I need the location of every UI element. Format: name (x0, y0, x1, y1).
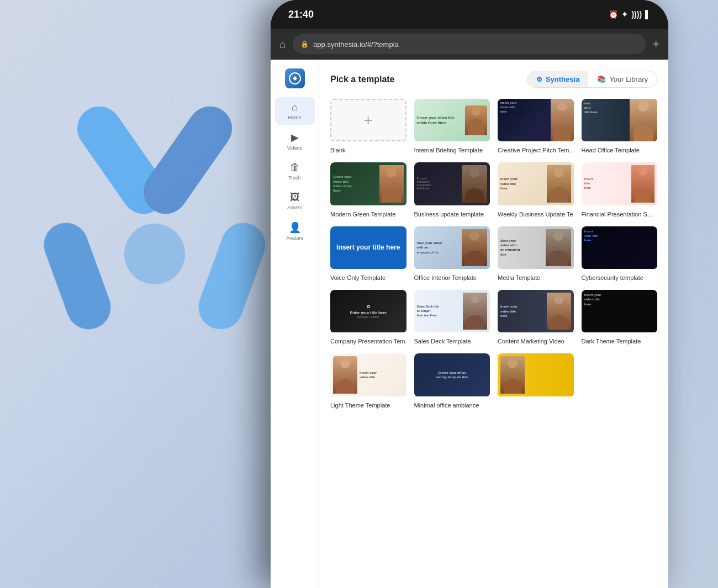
home-icon: ⌂ (292, 102, 298, 113)
creative-pitch-thumb: Insert yourvideo titlehere (498, 99, 574, 141)
template-card-financial[interactable]: Inserttitlehere Financial Presentation S… (582, 162, 658, 218)
template-card-voice-only[interactable]: Insert your title here Voice Only Templa… (330, 226, 406, 282)
template-card-media[interactable]: Start yourvideo withan engagingtitle Med… (498, 226, 574, 282)
template-name-content-marketing: Content Marketing Video (498, 338, 564, 345)
svg-rect-2 (38, 216, 117, 335)
template-card-modern-green[interactable]: Create yourvideo titlewithin threelines … (330, 162, 406, 218)
sidebar-home-label: Home (288, 115, 301, 120)
picker-title: Pick a template (330, 75, 395, 84)
background-logo (22, 66, 287, 442)
sidebar-avatars-label: Avatars (286, 235, 303, 241)
internal-briefing-thumb: Create your video title within three lin… (414, 99, 490, 141)
dark-theme-thumb: Insert yourvideo titlehere (582, 290, 658, 332)
wifi-icon: )))) (631, 10, 642, 19)
template-picker-header: Pick a template ⚙ Synthesia 📚 Your Libra… (330, 71, 657, 88)
template-name-media: Media Template (498, 274, 540, 281)
sidebar: ⌂ Home ▶ Videos 🗑 Trash 🖼 Assets 👤 Avata… (271, 60, 319, 588)
template-card-business-update[interactable]: Fix yourexecutiverecognitiondeliveries B… (414, 162, 490, 218)
voice-only-text: Insert your title here (336, 243, 400, 252)
svg-rect-3 (192, 216, 272, 335)
template-card-weekly-business[interactable]: Insert yourvideo titlehere Weekly Busine… (498, 162, 574, 218)
template-card-head-office[interactable]: Insayourtitle here Head Office Template (582, 99, 658, 155)
template-grid: + Blank Create your video title within t… (330, 99, 657, 410)
template-card-yellow[interactable] (498, 353, 574, 409)
template-card-cybersecurity[interactable]: Insertyour titlehere Cybersecurity templ… (582, 226, 658, 282)
svg-point-4 (124, 224, 185, 284)
cybersecurity-thumb: Insertyour titlehere (582, 226, 658, 269)
template-card-sales-deck[interactable]: Sales Deck titleno longerthan two lines … (414, 290, 490, 346)
lock-icon: 🔒 (300, 40, 309, 48)
status-time: 21:40 (288, 9, 314, 20)
sidebar-item-videos[interactable]: ▶ Videos (275, 127, 315, 155)
tab-library-label: Your Library (609, 75, 648, 83)
url-text: app.synthesia.io/#/?templa (313, 40, 399, 49)
sidebar-item-assets[interactable]: 🖼 Assets (275, 187, 315, 215)
synthesia-icon: ⚙ (536, 76, 542, 83)
template-name-weekly-business: Weekly Business Update Te... (498, 211, 574, 218)
phone-frame: 21:40 ⏰ ✦ )))) ▌ ⌂ 🔒 app.synthesia.io/#/… (271, 0, 668, 588)
template-card-company-pres[interactable]: ɑ Enter your title here template • subti… (330, 290, 406, 346)
template-name-company-pres: Company Presentation Tem... (330, 338, 406, 345)
company-pres-text: Enter your title here (350, 310, 387, 315)
template-name-sales-deck: Sales Deck Template (414, 338, 471, 345)
content-marketing-thumb: Insert yourvideo titlehere (498, 290, 574, 332)
svg-rect-1 (135, 98, 241, 223)
new-tab-button[interactable]: + (652, 37, 659, 51)
tab-your-library[interactable]: 📚 Your Library (588, 71, 657, 87)
template-card-dark-theme[interactable]: Insert yourvideo titlehere Dark Theme Te… (582, 290, 658, 346)
weekly-business-thumb: Insert yourvideo titlehere (498, 162, 574, 205)
template-card-light-theme[interactable]: Insert yourvideo title Light Theme Templ… (330, 353, 406, 409)
template-name-financial: Financial Presentation S... (582, 211, 652, 218)
url-bar[interactable]: 🔒 app.synthesia.io/#/?templa (293, 34, 646, 54)
minimal-office-thumb: Create your officesetting template title (414, 353, 490, 396)
app-content: ⌂ Home ▶ Videos 🗑 Trash 🖼 Assets 👤 Avata… (271, 60, 668, 588)
library-icon: 📚 (597, 75, 606, 83)
template-name-dark-theme: Dark Theme Template (582, 338, 641, 345)
assets-icon: 🖼 (290, 192, 300, 203)
office-interior-thumb: Start your videowith anengaging title (414, 226, 490, 269)
home-browser-icon[interactable]: ⌂ (279, 38, 286, 51)
template-name-internal-briefing: Internal Briefing Template (414, 147, 483, 153)
alarm-icon: ⏰ (609, 10, 618, 19)
browser-bar: ⌂ 🔒 app.synthesia.io/#/?templa + (271, 29, 668, 60)
bluetooth-icon: ✦ (621, 10, 628, 19)
sidebar-videos-label: Videos (287, 145, 302, 151)
voice-only-thumb: Insert your title here (330, 226, 406, 269)
template-name-light-theme: Light Theme Template (330, 402, 390, 409)
template-card-office-interior[interactable]: Start your videowith anengaging title Of… (414, 226, 490, 282)
template-name-blank: Blank (330, 147, 346, 153)
status-icons: ⏰ ✦ )))) ▌ (609, 10, 651, 19)
media-thumb: Start yourvideo withan engagingtitle (498, 226, 574, 269)
modern-green-thumb: Create yourvideo titlewithin threelines (330, 162, 406, 205)
template-card-creative-pitch[interactable]: Insert yourvideo titlehere Creative Proj… (498, 99, 574, 155)
financial-thumb: Inserttitlehere (582, 162, 658, 205)
template-name-office-interior: Office Interior Template (414, 274, 477, 281)
tab-group: ⚙ Synthesia 📚 Your Library (527, 71, 657, 88)
template-name-voice-only: Voice Only Template (330, 274, 386, 281)
sidebar-trash-label: Trash (288, 175, 301, 181)
battery-icon: ▌ (645, 10, 651, 19)
template-name-cybersecurity: Cybersecurity template (582, 274, 644, 281)
template-picker[interactable]: Pick a template ⚙ Synthesia 📚 Your Libra… (319, 60, 668, 588)
sidebar-item-avatars[interactable]: 👤 Avatars (275, 217, 315, 245)
company-pres-thumb: ɑ Enter your title here template • subti… (330, 290, 406, 332)
avatars-icon: 👤 (289, 221, 301, 234)
template-card-blank[interactable]: + Blank (330, 99, 406, 155)
tab-synthesia[interactable]: ⚙ Synthesia (527, 71, 588, 87)
light-theme-thumb: Insert yourvideo title (330, 353, 406, 396)
template-card-internal-briefing[interactable]: Create your video title within three lin… (414, 99, 490, 155)
business-update-thumb: Fix yourexecutiverecognitiondeliveries (414, 162, 490, 205)
template-name-modern-green: Modern Green Template (330, 211, 395, 218)
sidebar-item-trash[interactable]: 🗑 Trash (275, 157, 315, 185)
sidebar-item-home[interactable]: ⌂ Home (275, 97, 315, 125)
status-bar: 21:40 ⏰ ✦ )))) ▌ (271, 0, 668, 29)
sidebar-logo (285, 68, 305, 88)
yellow-thumb (498, 353, 574, 396)
template-name-head-office: Head Office Template (582, 147, 640, 153)
template-card-content-marketing[interactable]: Insert yourvideo titlehere Content Marke… (498, 290, 574, 346)
template-name-business-update: Business update template (414, 211, 484, 218)
template-card-minimal-office[interactable]: Create your officesetting template title… (414, 353, 490, 409)
head-office-thumb: Insayourtitle here (582, 99, 658, 141)
tab-synthesia-label: Synthesia (546, 75, 579, 83)
main-content: Pick a template ⚙ Synthesia 📚 Your Libra… (319, 60, 668, 588)
